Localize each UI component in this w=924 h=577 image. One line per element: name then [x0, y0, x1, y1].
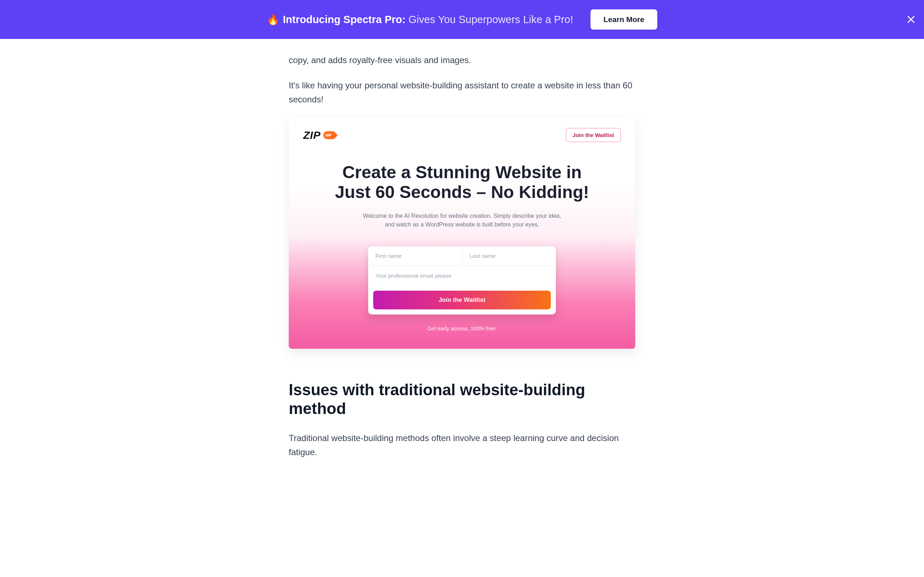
join-waitlist-submit-button[interactable]: Join the Waitlist [373, 291, 551, 309]
promo-text: 🔥 Introducing Spectra Pro: Gives You Sup… [267, 14, 573, 26]
section-heading: Issues with traditional website-building… [289, 380, 635, 419]
zipwp-logo: ZIP WP [303, 129, 338, 141]
zipwp-subhead: Welcome to the AI Revolution for website… [361, 212, 563, 229]
zipwp-hero: Create a Stunning Website in Just 60 Sec… [289, 142, 635, 348]
submit-wrap: Join the Waitlist [368, 285, 556, 314]
zipwp-logo-text: ZIP [303, 129, 320, 141]
zipwp-header: ZIP WP Join the Waitlist [289, 118, 635, 142]
zipwp-logo-badge-icon: WP [323, 131, 338, 140]
article-paragraph: Traditional website-building methods oft… [289, 431, 635, 459]
article-paragraph: It's like having your personal website-b… [289, 79, 635, 106]
promo-lead: Introducing Spectra Pro: [283, 14, 406, 25]
email-row [368, 266, 556, 285]
article-body: copy, and adds royalty-free visuals and … [274, 39, 650, 502]
first-name-input[interactable] [368, 246, 462, 266]
join-waitlist-header-button[interactable]: Join the Waitlist [566, 128, 621, 142]
waitlist-form: Join the Waitlist [368, 246, 556, 314]
promo-banner: 🔥 Introducing Spectra Pro: Gives You Sup… [0, 0, 924, 39]
zipwp-logo-badge-text: WP [325, 133, 331, 137]
learn-more-button[interactable]: Learn More [591, 10, 657, 29]
promo-tail: Gives You Superpowers Like a Pro! [409, 14, 573, 25]
zipwp-headline: Create a Stunning Website in Just 60 Sec… [325, 162, 599, 202]
name-row [368, 246, 556, 266]
article-paragraph: copy, and adds royalty-free visuals and … [289, 53, 635, 67]
fire-icon: 🔥 [267, 14, 279, 26]
close-icon[interactable] [906, 15, 916, 24]
last-name-input[interactable] [462, 246, 556, 266]
email-input[interactable] [368, 266, 556, 285]
early-access-note: Get early access, 100% free. [303, 325, 621, 331]
zipwp-screenshot-card: ZIP WP Join the Waitlist Create a Stunni… [289, 118, 635, 348]
